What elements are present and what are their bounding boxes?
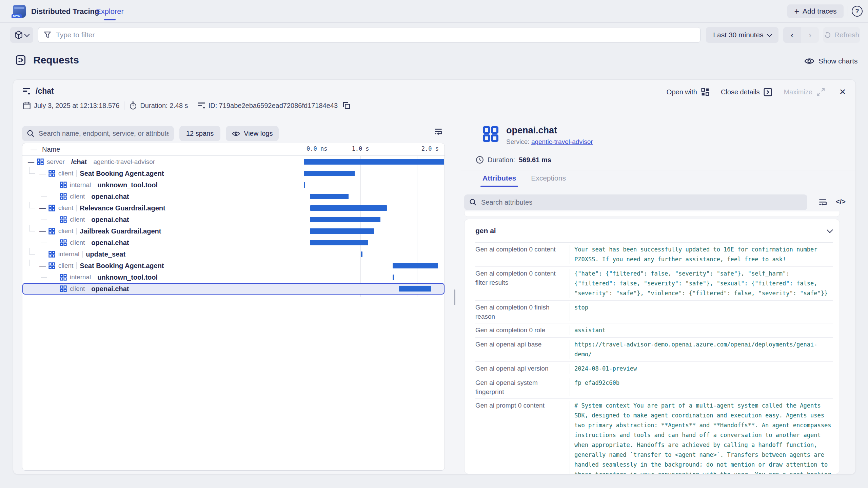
attribute-value[interactable]: stop xyxy=(570,303,833,321)
span-row-unknown-tool-tool[interactable]: internalunknown_tool.tool xyxy=(22,271,445,283)
span-row-seat-booking-agent-agent[interactable]: —clientSeat Booking Agent.agent xyxy=(22,168,445,179)
axis-tick: 1.0 s xyxy=(339,145,382,152)
collapse-toggle[interactable]: — xyxy=(39,206,45,210)
span-row-jailbreak-guardrail-agent[interactable]: —clientJailbreak Guardrail.agent xyxy=(22,225,445,237)
time-back-button[interactable]: ‹ xyxy=(783,27,801,43)
span-type-icon xyxy=(60,239,67,246)
pane-resizer-handle[interactable] xyxy=(454,289,455,305)
filter-bar xyxy=(38,27,701,43)
span-name: unknown_tool.tool xyxy=(97,274,158,281)
tab-attributes[interactable]: Attributes xyxy=(482,174,516,187)
span-row-openai-chat[interactable]: clientopenai.chat xyxy=(22,214,445,225)
span-name: openai.chat xyxy=(91,216,129,224)
span-name: Seat Booking Agent.agent xyxy=(80,170,164,177)
divider xyxy=(90,158,90,165)
time-range-selector[interactable]: Last 30 minutes xyxy=(706,27,778,43)
gen-ai-section-header[interactable]: gen ai xyxy=(465,219,840,242)
span-title: openai.chat xyxy=(506,125,557,136)
collapse-all-toggle[interactable]: — xyxy=(31,148,37,151)
copy-icon[interactable] xyxy=(342,101,351,110)
span-kind: internal xyxy=(70,181,91,189)
span-search xyxy=(22,126,174,141)
span-row-unknown-tool-tool[interactable]: internalunknown_tool.tool xyxy=(22,179,445,191)
span-row-openai-chat[interactable]: clientopenai.chat xyxy=(22,237,445,248)
span-kind: internal xyxy=(58,250,79,258)
attribute-value[interactable]: Your seat has been successfully updated … xyxy=(570,245,833,264)
service-link[interactable]: agentic-travel-advisor xyxy=(531,138,593,145)
span-duration-bar[interactable] xyxy=(304,171,355,176)
waterfall-layout-icon[interactable] xyxy=(818,198,827,207)
divider xyxy=(94,274,94,281)
topbar-divider xyxy=(848,6,848,16)
attribute-value[interactable]: fp_efad92c60b xyxy=(570,378,833,396)
span-duration-bar[interactable] xyxy=(304,182,305,188)
span-duration-bar[interactable] xyxy=(310,217,380,222)
previous-attribute-group-card xyxy=(464,211,840,217)
code-view-icon[interactable]: </> xyxy=(836,198,846,206)
axis-tick: 2.0 s xyxy=(395,145,439,152)
span-type-icon xyxy=(48,228,55,234)
span-row-openai-chat[interactable]: clientopenai.chat xyxy=(22,283,445,295)
span-name: Jailbreak Guardrail.agent xyxy=(80,227,161,235)
span-duration-bar[interactable] xyxy=(393,275,394,280)
attribute-value[interactable]: 2024-08-01-preview xyxy=(570,364,833,374)
span-row-seat-booking-agent-agent[interactable]: —clientSeat Booking Agent.agent xyxy=(22,260,445,271)
span-duration-bar[interactable] xyxy=(399,286,431,292)
span-name: openai.chat xyxy=(91,193,129,201)
span-type-icon xyxy=(48,170,55,177)
trace-meta: July 3, 2025 at 12:13:18.576 Duration: 2… xyxy=(23,101,351,110)
span-duration-bar[interactable] xyxy=(361,251,362,257)
help-icon[interactable]: ? xyxy=(852,6,863,17)
span-duration-bar[interactable] xyxy=(310,228,374,234)
span-name: unknown_tool.tool xyxy=(97,181,158,189)
view-logs-button[interactable]: View logs xyxy=(226,126,279,141)
collapse-toggle[interactable]: — xyxy=(39,264,45,267)
span-name: Relevance Guardrail.agent xyxy=(80,204,165,212)
attribute-value[interactable]: https://travel-advisor-demo.openai.azure… xyxy=(570,340,833,359)
divider xyxy=(94,182,94,188)
span-duration-bar[interactable] xyxy=(310,205,387,211)
span-duration-bar[interactable] xyxy=(310,194,349,199)
collapse-toggle[interactable]: — xyxy=(28,160,34,164)
span-kind: client xyxy=(58,262,73,269)
span-type-icon xyxy=(37,158,44,165)
divider xyxy=(68,158,68,165)
span-row-update-seat[interactable]: internalupdate_seat xyxy=(22,248,445,260)
span-name: openai.chat xyxy=(91,239,129,247)
span-row-openai-chat[interactable]: clientopenai.chat xyxy=(22,191,445,202)
attribute-search-input[interactable] xyxy=(480,198,802,207)
attribute-key: Gen ai completion 0 finish reason xyxy=(475,303,570,321)
span-kind: server xyxy=(47,158,65,166)
span-duration-bar[interactable] xyxy=(393,263,438,268)
add-traces-button[interactable]: + Add traces xyxy=(787,4,844,18)
collapse-toggle[interactable]: — xyxy=(39,229,45,233)
funnel-icon xyxy=(44,31,51,39)
scope-selector[interactable] xyxy=(10,27,33,43)
filter-input[interactable] xyxy=(55,31,695,39)
span-duration-bar[interactable] xyxy=(310,240,368,245)
span-service: Service: agentic-travel-advisor xyxy=(506,138,593,146)
attribute-value[interactable]: assistant xyxy=(570,325,833,335)
span-type-icon xyxy=(60,274,67,281)
stopwatch-icon xyxy=(129,101,137,110)
divider xyxy=(76,262,77,269)
waterfall-layout-icon[interactable] xyxy=(434,127,443,136)
tab-explorer[interactable]: Explorer xyxy=(96,7,124,16)
show-charts-button[interactable]: Show charts xyxy=(804,57,858,65)
span-kind: client xyxy=(70,239,85,246)
attribute-value[interactable]: # System context You are part of a multi… xyxy=(570,401,833,474)
divider xyxy=(88,216,88,223)
span-row-relevance-guardrail-agent[interactable]: —clientRelevance Guardrail.agent xyxy=(22,202,445,214)
divider xyxy=(82,251,83,258)
span-count-badge: 12 spans xyxy=(179,126,220,141)
time-forward-button[interactable]: › xyxy=(801,27,819,43)
divider xyxy=(76,170,77,177)
attribute-value[interactable]: {"hate": {"filtered": false, "severity":… xyxy=(570,269,833,298)
collapse-toggle[interactable]: — xyxy=(39,172,45,175)
refresh-button[interactable]: Refresh xyxy=(823,27,860,43)
span-type-icon xyxy=(48,251,55,258)
tab-exceptions[interactable]: Exceptions xyxy=(531,174,566,187)
span-search-input[interactable] xyxy=(38,129,169,138)
span-duration-bar[interactable] xyxy=(304,159,444,165)
span-row--chat[interactable]: —server/chatagentic-travel-advisor xyxy=(22,156,445,168)
